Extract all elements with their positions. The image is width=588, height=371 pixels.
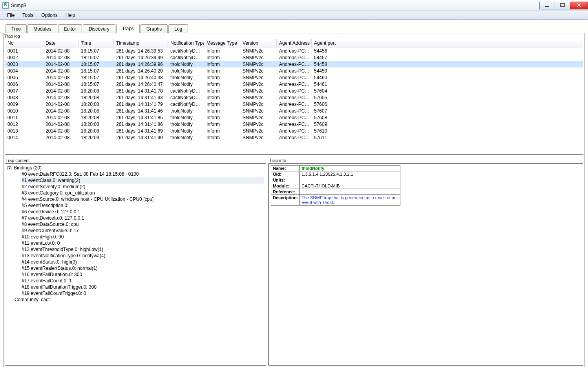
binding-item[interactable]: #19 eventFailCountTrigger.0: 0	[22, 290, 264, 296]
tab-editor[interactable]: Editor	[58, 24, 82, 33]
cell-port: 54458	[312, 61, 343, 67]
col-date[interactable]: Date	[43, 39, 79, 47]
trap-content-tree[interactable]: ▾ Bindings (20) #0 eventDateRFC822.0: Sa…	[5, 163, 266, 366]
binding-item[interactable]: #11 eventLow.0: 0	[22, 240, 264, 246]
table-row[interactable]: 00072014-02-0818:20:08261 days, 14:31:41…	[5, 87, 583, 94]
col-message-type[interactable]: Message Type	[204, 39, 240, 47]
binding-item[interactable]: #12 eventThresholdType.0: highLow(1)	[22, 246, 264, 253]
cell-mt: Inform	[204, 54, 240, 61]
table-row[interactable]: 00112014-02-0818:20:08261 days, 14:31:41…	[5, 114, 583, 121]
maximize-icon	[560, 3, 565, 7]
binding-item[interactable]: #1 eventClass.0: warning(2)	[22, 177, 264, 184]
tab-traps[interactable]: Traps	[116, 24, 140, 33]
col-notification-type[interactable]: Notification Type	[168, 39, 204, 47]
cell-date: 2014-02-08	[43, 87, 79, 94]
cell-date: 2014-02-08	[43, 94, 79, 101]
table-row[interactable]: 00032014-02-0818:15:07261 days, 14:26:39…	[5, 61, 583, 67]
collapse-icon[interactable]: ▾	[7, 166, 11, 170]
cell-nt: tholdNotify	[168, 134, 204, 141]
cell-no: 0011	[5, 114, 43, 121]
cell-date: 2014-02-08	[43, 107, 79, 114]
trap-info-table: Name: tholdNotify Oid: 1.3.6.1.4.1.23925…	[271, 165, 400, 206]
cell-port: 57605	[312, 94, 343, 101]
menu-help[interactable]: Help	[62, 12, 79, 19]
binding-item[interactable]: #14 eventStatus.0: high(3)	[22, 259, 264, 265]
minimize-button[interactable]	[539, 2, 555, 9]
binding-item[interactable]: #13 eventNotificationType.0: notifywa(4)	[22, 253, 264, 259]
tab-log[interactable]: Log	[168, 24, 188, 33]
binding-item[interactable]: #4 eventSource.0: windows host - CPU Uti…	[22, 196, 264, 202]
binding-item[interactable]: #16 eventFailDuration.0: 300	[22, 271, 264, 278]
col-time[interactable]: Time	[79, 39, 114, 47]
cell-addr: Andreas-PC/12...	[277, 87, 312, 94]
cell-time: 18:15:07	[79, 61, 114, 67]
tab-tree[interactable]: Tree	[5, 24, 27, 33]
table-row[interactable]: 00022014-02-0818:15:07261 days, 14:26:39…	[5, 54, 583, 61]
close-button[interactable]	[570, 2, 588, 9]
table-row[interactable]: 00052014-02-0818:15:07261 days, 14:26:40…	[5, 74, 583, 81]
binding-item[interactable]: #7 eventDeviceIp.0: 127.0.0.1	[22, 215, 264, 221]
binding-item[interactable]: #10 eventHigh.0: 90	[22, 234, 264, 240]
cell-date: 2014-02-08	[43, 121, 79, 127]
svg-rect-0	[545, 6, 549, 7]
binding-item[interactable]: #5 eventDescription.0:	[22, 202, 264, 209]
cell-no: 0004	[5, 67, 43, 74]
table-row[interactable]: 00082014-02-0818:20:08261 days, 14:31:41…	[5, 94, 583, 101]
main-tabstrip: Tree Modules Editor Discovery Traps Grap…	[3, 23, 585, 33]
binding-item[interactable]: #17 eventFailCount.0: 1	[22, 278, 264, 284]
menu-tools[interactable]: Tools	[19, 12, 37, 19]
tab-graphs[interactable]: Graphs	[141, 24, 168, 33]
col-timestamp[interactable]: Timestamp	[114, 39, 168, 47]
cell-addr: Andreas-PC/12...	[277, 107, 312, 114]
cell-date: 2014-02-08	[43, 114, 79, 121]
bindings-root[interactable]: ▾ Bindings (20) #0 eventDateRFC822.0: Sa…	[7, 165, 264, 296]
cell-ver: SNMPv2c	[240, 121, 277, 127]
binding-item[interactable]: #15 eventRealertStatus.0: normal(1)	[22, 265, 264, 271]
col-no[interactable]: No	[5, 39, 43, 47]
cell-date: 2014-02-08	[43, 61, 79, 67]
binding-item[interactable]: #18 eventFailDurationTrigger.0: 300	[22, 284, 264, 290]
cell-port: 54457	[312, 54, 343, 61]
binding-item[interactable]: #0 eventDateRFC822.0: Sat, 08 Feb 14 18:…	[22, 171, 264, 177]
info-key-oid: Oid:	[271, 171, 300, 177]
table-row[interactable]: 00142014-02-0818:20:09261 days, 14:31:41…	[5, 134, 583, 141]
info-val-reference	[300, 189, 400, 195]
cell-ver: SNMPv2c	[240, 114, 277, 121]
cell-date: 2014-02-08	[43, 127, 79, 134]
menu-file[interactable]: File	[4, 12, 18, 19]
cell-port: 57607	[312, 107, 343, 114]
cell-mt: Inform	[204, 47, 240, 54]
table-row[interactable]: 00042014-02-0818:15:07261 days, 14:26:40…	[5, 67, 583, 74]
col-version[interactable]: Version	[240, 39, 277, 47]
minimize-icon	[545, 3, 550, 7]
cell-addr: Andreas-PC/12...	[277, 101, 312, 107]
table-row[interactable]: 00132014-02-0818:20:08261 days, 14:31:41…	[5, 127, 583, 134]
binding-item[interactable]: #6 eventDevice.0: 127.0.0.1	[22, 209, 264, 215]
binding-item[interactable]: #9 eventCurrentValue.0: 17	[22, 227, 264, 234]
cell-no: 0013	[5, 127, 43, 134]
binding-item[interactable]: #8 eventDataSource.0: cpu	[22, 221, 264, 227]
table-row[interactable]: 00092014-02-0818:20:08261 days, 14:31:41…	[5, 101, 583, 107]
cell-nt: cactiNotifyDevi...	[168, 54, 204, 61]
binding-item[interactable]: #2 eventSeverity.0: medium(2)	[22, 184, 264, 190]
table-row[interactable]: 00122014-02-0818:20:08261 days, 14:31:41…	[5, 121, 583, 127]
maximize-button[interactable]	[555, 2, 570, 9]
cell-no: 0010	[5, 107, 43, 114]
cell-ts: 261 days, 14:26:40.47	[114, 81, 168, 87]
menu-options[interactable]: Options	[38, 12, 60, 19]
col-agent-port[interactable]: Agent port	[312, 39, 343, 47]
binding-item[interactable]: #3 eventCategory.0: cpu_utilization	[22, 190, 264, 196]
community-line[interactable]: Community: cacti	[15, 296, 264, 303]
cell-mt: Inform	[204, 134, 240, 141]
table-row[interactable]: 00062014-02-0818:15:07261 days, 14:26:40…	[5, 81, 583, 87]
col-agent-address[interactable]: Agent Address	[277, 39, 312, 47]
table-row[interactable]: 00102014-02-0818:20:08261 days, 14:31:41…	[5, 107, 583, 114]
traplog-header: No Date Time Timestamp Notification Type…	[5, 39, 583, 47]
cell-addr: Andreas-PC/12...	[277, 61, 312, 67]
cell-mt: Inform	[204, 101, 240, 107]
traplog-body[interactable]: 00012014-02-0818:15:07261 days, 14:26:39…	[5, 47, 583, 154]
table-row[interactable]: 00012014-02-0818:15:07261 days, 14:26:39…	[5, 47, 583, 54]
tab-discovery[interactable]: Discovery	[83, 24, 115, 33]
tab-modules[interactable]: Modules	[27, 24, 57, 33]
cell-date: 2014-02-08	[43, 47, 79, 54]
